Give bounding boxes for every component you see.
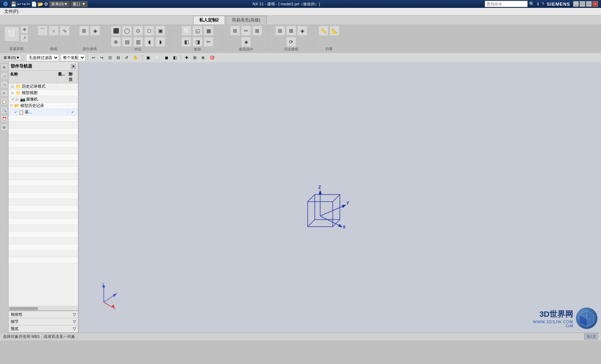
surfop-patch-icon[interactable]: ◈ (241, 37, 251, 47)
pan-btn[interactable]: ✋ (131, 54, 140, 62)
tab-bar: 私人定制2 简易填充(高级) (0, 16, 601, 24)
preview-section[interactable]: 预览 ▽ (9, 325, 78, 333)
measure-angle-icon[interactable]: 📐 (329, 26, 339, 36)
details-section[interactable]: 细节 ▽ (9, 318, 78, 325)
fit-btn[interactable]: ⊟ (115, 54, 122, 62)
direct-sketch-icon[interactable]: ⬜ (4, 26, 19, 41)
feature-revolve-icon[interactable]: ◯ (122, 26, 132, 36)
expand-history-icon[interactable]: ▷ (11, 84, 15, 88)
window-btn[interactable]: 窗口 ▼ (70, 1, 88, 7)
open-icon[interactable]: 📂 (38, 1, 43, 7)
sync-pull-icon[interactable]: ⊠ (286, 26, 296, 36)
measure-distance-icon[interactable]: 📏 (318, 26, 328, 36)
surfop-sew-icon[interactable]: ⊠ (252, 26, 262, 36)
sync-resize-icon[interactable]: ◈ (297, 26, 307, 36)
tab-fill[interactable]: 简易填充(高级) (226, 16, 267, 24)
feature-hole-icon[interactable]: ⊙ (133, 26, 143, 36)
search-input[interactable] (485, 1, 528, 7)
surface-fill-icon[interactable]: ◧ (181, 37, 191, 47)
feature-extrude-icon[interactable]: ⬛ (111, 26, 121, 36)
assembly-select[interactable]: 整个装配 (60, 54, 85, 61)
dependencies-section[interactable]: 相依性 ▽ (9, 311, 78, 318)
maximize-button[interactable]: □ (586, 1, 592, 7)
new-icon[interactable]: 📄 (31, 1, 37, 7)
filter-select[interactable]: 无选择过滤器 (26, 54, 59, 61)
surface-offset-icon[interactable]: ◨ (192, 37, 202, 47)
derived-offset-icon[interactable]: ⊞ (79, 26, 89, 36)
window-title: NX 11 - 建模 - [ model1.prt（修改的）] (88, 1, 485, 7)
list-icon[interactable]: ≡ (1, 89, 8, 97)
file-menu[interactable]: 文件(F) (1, 8, 21, 15)
orient-btn[interactable]: 🎯 (208, 54, 216, 62)
tab-custom[interactable]: 私人定制2 (193, 16, 225, 24)
surface-through-icon[interactable]: ⬜ (181, 26, 191, 36)
surface-ruled-icon[interactable]: ▦ (204, 26, 214, 36)
surface-sweep-icon[interactable]: ◱ (192, 26, 202, 36)
sync-replace-icon[interactable]: ⟳ (286, 37, 296, 47)
tree-row-history-mode[interactable]: ▷ 📁 历史记录模式 (9, 83, 78, 90)
feature-pad-icon[interactable]: ⊕ (111, 37, 121, 47)
watermark-3d-label: 3D世界网 (533, 309, 573, 320)
surfop-extend-icon[interactable]: ⊞ (230, 26, 240, 36)
feature-fillet-icon[interactable]: ◖ (144, 37, 154, 47)
expand-camera-icon[interactable]: ▷ (16, 97, 19, 101)
grid-btn[interactable]: ⊞ (191, 54, 198, 62)
feature-slot-icon[interactable]: ▤ (122, 37, 132, 47)
empty-row-18 (9, 225, 78, 231)
hidden-btn[interactable]: ◧ (171, 54, 179, 62)
redo-icon[interactable]: ↪ (22, 1, 26, 7)
shaded-btn[interactable]: ◼ (163, 54, 170, 62)
curve-arc-icon[interactable]: ○ (49, 26, 59, 36)
tree-row-datum[interactable]: ✓ 📋 基... ✓ (9, 109, 78, 115)
close-button[interactable]: × (592, 1, 598, 7)
expand-modelhistory-icon[interactable]: ▽ (10, 104, 14, 108)
sketch-point-icon[interactable]: ⊕ (20, 26, 28, 34)
search-sidebar-icon[interactable]: 🔍 (1, 107, 8, 114)
parts-horizontal-scrollbar[interactable] (9, 306, 78, 310)
rotate-btn[interactable]: ↺ (123, 54, 130, 62)
redo-view-btn[interactable]: ↪ (98, 54, 105, 62)
wireframe-btn[interactable]: ⬜ (153, 54, 162, 62)
parts-panel-close-btn[interactable]: × (71, 64, 76, 69)
surfop-trim-icon[interactable]: ✂ (241, 26, 251, 36)
settings-icon[interactable]: ⚙ (44, 1, 48, 7)
expand-modelview-icon[interactable]: ▷ (11, 91, 15, 95)
help-icon[interactable]: ? (542, 2, 544, 6)
menu-dropdown-btn[interactable]: 菜单(0)▼ (1, 54, 21, 61)
feature-groove-icon[interactable]: ▥ (133, 37, 143, 47)
sketch-line-icon[interactable]: ↗ (20, 34, 28, 42)
curve-spline-icon[interactable]: ∿ (60, 26, 70, 36)
tree-row-model-history[interactable]: ▽ 📂 模型历史记录 (9, 103, 78, 109)
gear-icon[interactable]: ⚙ (1, 124, 8, 131)
cut-icon[interactable]: ✂ (26, 1, 30, 7)
window-switch-btn[interactable]: 菜单(0)▼ (49, 1, 70, 7)
restore-button[interactable]: □ (580, 1, 585, 7)
tree-row-model-view[interactable]: ▷ 📁 模型视图 (9, 90, 78, 96)
parts-scroll-thumb[interactable] (9, 307, 38, 310)
curve-line-icon[interactable]: ⌒ (38, 26, 48, 36)
nav-icon-2[interactable]: ◁ (1, 81, 8, 88)
clipboard-icon[interactable]: 📋 (1, 98, 8, 105)
view-style-btn[interactable]: ▣ (145, 54, 152, 62)
zoom-btn[interactable]: ⊡ (107, 54, 113, 62)
clock-icon[interactable]: ⏰ (1, 115, 8, 122)
derived-project-icon[interactable]: ◈ (90, 26, 100, 36)
settings-sidebar-icon[interactable]: ⚙ (1, 64, 8, 71)
surface-trim-icon[interactable]: ✂ (204, 37, 214, 47)
minimize-button[interactable]: _ (573, 1, 579, 7)
undo-view-btn[interactable]: ↩ (90, 54, 97, 62)
tree-row-camera[interactable]: ✓ ▷ 📷 摄像机 (9, 96, 78, 103)
sync-move-icon[interactable]: ⊞ (275, 26, 285, 36)
snap-btn[interactable]: ✚ (183, 54, 190, 62)
undo-icon[interactable]: ↩ (17, 1, 21, 7)
info-icon[interactable]: ℹ (537, 2, 539, 6)
save-icon[interactable]: 💾 (11, 1, 16, 7)
feature-chamfer-icon[interactable]: ◗ (155, 37, 165, 47)
model-view-label: 模型视图 (22, 90, 38, 95)
3d-viewport[interactable]: Z Y X Z Y X (79, 62, 601, 333)
search-icon[interactable]: 🔍 (529, 1, 534, 6)
feature-pocket-icon[interactable]: ▣ (155, 26, 165, 36)
feature-boss-icon[interactable]: ⬡ (144, 26, 154, 36)
nav-icon-1[interactable]: ◁ (1, 72, 8, 79)
wcs-btn[interactable]: ⊕ (200, 54, 206, 62)
